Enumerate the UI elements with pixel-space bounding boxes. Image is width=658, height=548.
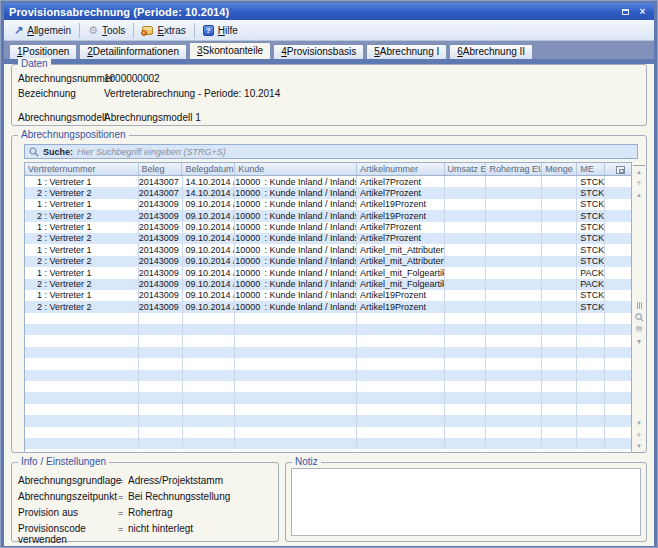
extras-button[interactable]: Extras [135,24,192,37]
field-value: Vertreterabrechnung - Periode: 10.2014 [104,88,280,99]
tab-2-detailinformationen[interactable]: 2 Detailinformationen [79,44,187,59]
table-row[interactable]: 1 : Vertreter 12014300909.10.2014 /Do100… [25,267,631,278]
table-empty-row[interactable] [25,324,631,335]
equals-bullet-icon: = [118,475,128,486]
info-row: Provision aus=Rohertrag [18,507,278,518]
tab-5-abrechnung-i[interactable]: 5 Abrechnung I [366,44,447,59]
scroll-to-top-icon[interactable]: ▴ [633,165,645,177]
filter-icon[interactable]: ▼ [633,335,645,347]
positions-table: VertreternummerBelegBelegdatumKundeArtik… [24,162,632,453]
table-row[interactable]: 2 : Vertreter 22014300909.10.2014 /Do100… [25,256,631,267]
table-row[interactable]: 1 : Vertreter 12014300909.10.2014 /Do100… [25,222,631,233]
table-empty-row[interactable] [25,358,631,369]
column-header-vertreternummer[interactable]: Vertreternummer [25,163,139,175]
toolbar: ↗ Allgemein ⚙ Tools Extras ? Hilfe [4,20,654,41]
table-empty-row[interactable] [25,415,631,426]
table-row[interactable]: 1 : Vertreter 12014300909.10.2014 /Do100… [25,244,631,255]
info-label: Abrechnungsgrundlage [18,475,118,486]
search-icon [29,147,39,157]
daten-legend: Daten [18,58,51,69]
grid-side-controls: ▴ + ▴ ▤ ▼ ▾ + ▾ [632,162,646,453]
positions-groupbox: Abrechnungspositionen Suche: Vertreternu… [11,135,647,453]
search-input[interactable] [77,146,633,158]
info-value: Bei Rechnungsstellung [128,491,230,502]
field-label: Abrechnungsnummer [18,73,104,84]
info-row: Abrechnungsgrundlage=Adress/Projektstamm [18,475,278,486]
table-empty-row[interactable] [25,392,631,403]
table-empty-row[interactable] [25,370,631,381]
grid-add-icon[interactable]: + [633,177,645,189]
table-header: VertreternummerBelegBelegdatumKundeArtik… [25,163,631,176]
table-row[interactable]: 2 : Vertreter 22014300909.10.2014 /Do100… [25,301,631,312]
window-title: Provisionsabrechnung (Periode: 10.2014) [9,6,619,18]
columns-icon[interactable] [633,299,645,311]
hilfe-button[interactable]: ? Hilfe [196,24,245,37]
search-label: Suche: [43,147,73,157]
column-header-artikelnummer[interactable]: Artikelnummer [357,163,445,175]
table-row[interactable]: 2 : Vertreter 22014300909.10.2014 /Do100… [25,279,631,290]
tools-button[interactable]: ⚙ Tools [81,24,132,37]
scroll-up-icon[interactable]: ▴ [633,189,645,201]
title-bar: Provisionsabrechnung (Periode: 10.2014) … [4,3,654,20]
info-value: Rohertrag [128,507,172,518]
tab-strip: 1 Positionen2 Detailinformationen3 Skont… [4,41,654,59]
table-row[interactable]: 1 : Vertreter 12014300909.10.2014 /Do100… [25,290,631,301]
table-empty-row[interactable] [25,313,631,324]
grid-search-icon[interactable] [633,311,645,323]
table-row[interactable]: 1 : Vertreter 12014300909.10.2014 /Do100… [25,199,631,210]
info-row: Abrechnungszeitpunkt=Bei Rechnungsstellu… [18,491,278,502]
layout-icon[interactable]: ▤ [633,323,645,335]
table-row[interactable]: 2 : Vertreter 22014300714.10.2014 /Di100… [25,187,631,198]
app-window: Provisionsabrechnung (Periode: 10.2014) … [0,0,658,548]
restore-window-icon[interactable] [619,6,632,18]
column-header-kunde[interactable]: Kunde [235,163,357,175]
scroll-to-bottom-icon[interactable]: ▾ [633,441,645,453]
info-groupbox: Info / Einstellungen Abrechnungsgrundlag… [11,462,279,542]
table-empty-row[interactable] [25,438,631,449]
column-header-rohertrag-eur[interactable]: Rohertrag EUR [486,163,542,175]
allgemein-button[interactable]: ↗ Allgemein [7,24,78,37]
grid-add-bottom-icon[interactable]: + [633,429,645,441]
table-empty-row[interactable] [25,404,631,415]
info-label: Abrechnungszeitpunkt [18,491,118,502]
close-window-icon[interactable]: × [636,6,649,18]
column-header-umsatz-eur[interactable]: Umsatz EUR [445,163,487,175]
notiz-field[interactable] [291,468,641,536]
tab-3-skontoanteile[interactable]: 3 Skontoanteile [189,42,271,59]
tab-page: Daten Abrechnungsnummer1000000002Bezeich… [4,64,654,546]
table-empty-row[interactable] [25,335,631,346]
field-value: 1000000002 [104,73,160,84]
tab-4-provisionsbasis[interactable]: 4 Provisionsbasis [273,44,364,59]
column-header-me[interactable]: ME [577,163,605,175]
info-row: Provisionscode verwenden=nicht hinterleg… [18,523,278,545]
notiz-groupbox: Notiz [285,462,647,542]
help-icon: ? [203,25,214,36]
scroll-down-icon[interactable]: ▾ [633,417,645,429]
equals-bullet-icon: = [118,507,128,518]
equals-bullet-icon: = [118,491,128,502]
info-legend: Info / Einstellungen [18,456,109,467]
column-chooser-icon[interactable] [616,166,625,174]
column-chooser-cell[interactable] [605,163,631,175]
column-header-menge[interactable]: Menge [542,163,577,175]
table-empty-row[interactable] [25,381,631,392]
info-label: Provision aus [18,507,118,518]
equals-bullet-icon: = [118,523,128,545]
table-row[interactable]: 2 : Vertreter 22014300909.10.2014 /Do100… [25,210,631,221]
info-value: Adress/Projektstamm [128,475,223,486]
tab-6-abrechnung-ii[interactable]: 6 Abrechnung II [449,44,533,59]
column-header-belegdatum[interactable]: Belegdatum [182,163,235,175]
daten-field: BezeichnungVertreterabrechnung - Periode… [18,88,646,99]
tab-1-positionen[interactable]: 1 Positionen [9,44,77,59]
field-label: Bezeichnung [18,88,104,99]
search-bar[interactable]: Suche: [24,144,638,159]
table-row[interactable]: 1 : Vertreter 12014300714.10.2014 /Di100… [25,176,631,187]
daten-field: AbrechnungsmodellAbrechnungsmodell 1 [18,112,646,123]
table-row[interactable]: 2 : Vertreter 22014300909.10.2014 /Do100… [25,233,631,244]
toolbar-separator [133,23,134,38]
table-empty-row[interactable] [25,427,631,438]
daten-groupbox: Daten Abrechnungsnummer1000000002Bezeich… [11,64,647,126]
notiz-legend: Notiz [292,456,321,467]
column-header-beleg[interactable]: Beleg [139,163,183,175]
table-empty-row[interactable] [25,347,631,358]
